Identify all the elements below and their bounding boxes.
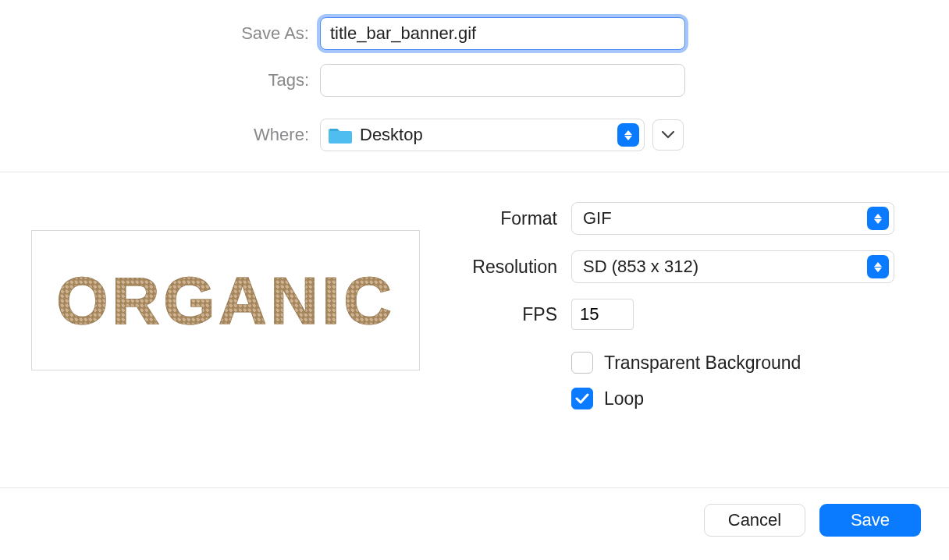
where-value: Desktop	[360, 125, 617, 145]
format-value: GIF	[583, 208, 867, 229]
format-label: Format	[448, 208, 571, 229]
loop-label: Loop	[604, 388, 644, 409]
tags-label: Tags:	[0, 70, 320, 90]
save-dialog: Save As: Tags: Where:	[0, 0, 949, 560]
format-select[interactable]: GIF	[571, 202, 894, 235]
fps-label: FPS	[448, 304, 571, 325]
save-as-label: Save As:	[0, 23, 320, 44]
chevron-down-icon	[662, 131, 674, 139]
resolution-label: Resolution	[448, 257, 571, 278]
fps-input[interactable]	[571, 299, 634, 330]
save-button[interactable]: Save	[819, 504, 921, 537]
updown-icon	[867, 255, 889, 278]
transparent-background-checkbox[interactable]	[571, 352, 593, 374]
cancel-button[interactable]: Cancel	[704, 504, 805, 537]
expand-panel-button[interactable]	[652, 119, 684, 151]
checkmark-icon	[575, 393, 589, 404]
save-as-input[interactable]	[320, 17, 685, 50]
resolution-select[interactable]: SD (853 x 312)	[571, 250, 894, 283]
folder-icon	[329, 126, 352, 144]
filename-section: Save As: Tags: Where:	[0, 0, 949, 172]
preview-content: ORGANIC	[56, 262, 395, 339]
updown-icon	[867, 207, 889, 230]
preview-thumbnail: ORGANIC	[31, 230, 420, 370]
where-label: Where:	[0, 125, 320, 145]
tags-input[interactable]	[320, 64, 685, 97]
resolution-value: SD (853 x 312)	[583, 257, 867, 277]
button-bar: Cancel Save	[0, 488, 949, 560]
options-section: ORGANIC Format GIF Resolution SD (853 x …	[0, 172, 949, 487]
updown-icon	[617, 123, 639, 147]
transparent-background-label: Transparent Background	[604, 353, 801, 374]
loop-checkbox[interactable]	[571, 388, 593, 409]
where-select[interactable]: Desktop	[320, 119, 645, 151]
